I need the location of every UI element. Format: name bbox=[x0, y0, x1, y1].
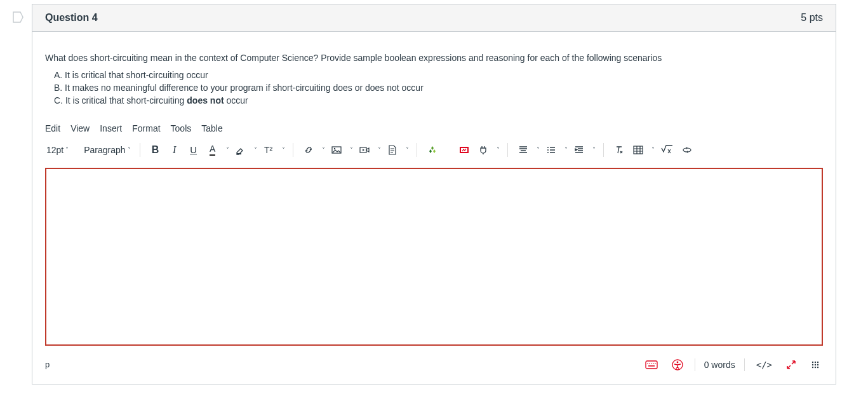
editor-toolbar: 12pt˅ Paragraph˅ B I U A ˅ ˅ T² bbox=[45, 142, 823, 158]
underline-button[interactable]: U bbox=[186, 142, 201, 158]
chevron-down-icon[interactable]: ˅ bbox=[350, 146, 353, 153]
menu-format[interactable]: Format bbox=[132, 123, 160, 133]
text-color-button[interactable]: A bbox=[205, 142, 220, 158]
clear-format-button[interactable] bbox=[611, 142, 627, 158]
svg-point-18 bbox=[676, 361, 678, 363]
svg-point-6 bbox=[547, 147, 549, 148]
menu-table[interactable]: Table bbox=[201, 123, 222, 133]
svg-point-12 bbox=[649, 363, 650, 364]
svg-point-2 bbox=[333, 147, 335, 149]
svg-point-26 bbox=[815, 366, 816, 367]
fontsize-select[interactable]: 12pt˅ bbox=[45, 142, 70, 158]
html-view-button[interactable]: </> bbox=[754, 357, 775, 372]
equation-button[interactable] bbox=[658, 142, 675, 158]
question-options: A. It is critical that short-circuiting … bbox=[54, 70, 823, 105]
question-points: 5 pts bbox=[801, 12, 823, 24]
editor-menubar: Edit View Insert Format Tools Table bbox=[45, 123, 823, 133]
question-panel: Question 4 5 pts What does short-circuit… bbox=[32, 4, 836, 384]
svg-point-25 bbox=[812, 366, 813, 367]
italic-button[interactable]: I bbox=[167, 142, 182, 158]
svg-rect-0 bbox=[237, 153, 241, 154]
svg-point-8 bbox=[547, 152, 549, 153]
svg-point-22 bbox=[812, 364, 813, 365]
svg-rect-16 bbox=[648, 365, 655, 367]
more-button[interactable] bbox=[808, 357, 823, 372]
chevron-down-icon[interactable]: ˅ bbox=[537, 146, 540, 153]
svg-point-24 bbox=[817, 364, 818, 365]
chevron-down-icon[interactable]: ˅ bbox=[322, 146, 325, 153]
chevron-down-icon[interactable]: ˅ bbox=[497, 146, 500, 153]
app-icon-2[interactable] bbox=[457, 142, 472, 158]
chevron-down-icon[interactable]: ˅ bbox=[564, 146, 568, 153]
keyboard-icon[interactable] bbox=[643, 357, 660, 372]
svg-point-21 bbox=[817, 361, 818, 362]
chevron-down-icon[interactable]: ˅ bbox=[592, 146, 596, 153]
align-button[interactable] bbox=[516, 142, 531, 158]
svg-point-20 bbox=[815, 361, 816, 362]
menu-view[interactable]: View bbox=[70, 123, 90, 133]
svg-point-7 bbox=[547, 149, 549, 151]
svg-point-13 bbox=[651, 363, 652, 364]
table-button[interactable] bbox=[631, 142, 646, 158]
fullscreen-button[interactable] bbox=[784, 357, 799, 372]
menu-tools[interactable]: Tools bbox=[171, 123, 192, 133]
bullet-list-button[interactable] bbox=[544, 142, 559, 158]
question-title: Question 4 bbox=[45, 12, 98, 24]
option-c: C. It is critical that short-circuiting … bbox=[54, 95, 823, 105]
option-b: B. It makes no meaningful difference to … bbox=[54, 83, 823, 93]
paragraph-select[interactable]: Paragraph˅ bbox=[83, 142, 131, 158]
svg-point-19 bbox=[812, 361, 813, 362]
svg-rect-10 bbox=[646, 361, 657, 369]
word-count[interactable]: 0 words bbox=[704, 360, 735, 370]
accessibility-icon[interactable] bbox=[669, 357, 686, 372]
svg-rect-9 bbox=[634, 146, 643, 154]
chevron-down-icon[interactable]: ˅ bbox=[651, 146, 655, 153]
bookmark-icon bbox=[13, 11, 24, 23]
chevron-down-icon[interactable]: ˅ bbox=[226, 146, 229, 153]
svg-point-14 bbox=[653, 363, 654, 364]
question-header: Question 4 5 pts bbox=[32, 4, 836, 32]
bold-button[interactable]: B bbox=[148, 142, 163, 158]
svg-point-23 bbox=[815, 364, 816, 365]
app-icon-1[interactable] bbox=[425, 142, 440, 158]
link-button[interactable] bbox=[301, 142, 316, 158]
media-button[interactable] bbox=[357, 142, 372, 158]
plugins-button[interactable] bbox=[476, 142, 491, 158]
chevron-down-icon[interactable]: ˅ bbox=[406, 146, 409, 153]
question-prompt: What does short-circuiting mean in the c… bbox=[45, 52, 823, 65]
indent-button[interactable] bbox=[571, 142, 587, 158]
svg-point-11 bbox=[647, 363, 648, 364]
image-button[interactable] bbox=[329, 142, 344, 158]
chevron-down-icon[interactable]: ˅ bbox=[282, 146, 285, 153]
superscript-button[interactable]: T² bbox=[261, 142, 276, 158]
embed-button[interactable] bbox=[679, 142, 695, 158]
svg-point-15 bbox=[655, 363, 656, 364]
option-a: A. It is critical that short-circuiting … bbox=[54, 70, 823, 80]
menu-edit[interactable]: Edit bbox=[45, 123, 60, 133]
chevron-down-icon[interactable]: ˅ bbox=[254, 146, 257, 153]
highlight-button[interactable] bbox=[233, 142, 248, 158]
element-path[interactable]: p bbox=[45, 360, 50, 369]
menu-insert[interactable]: Insert bbox=[100, 123, 122, 133]
svg-point-27 bbox=[817, 366, 818, 367]
chevron-down-icon[interactable]: ˅ bbox=[378, 146, 381, 153]
answer-editor[interactable] bbox=[45, 168, 823, 346]
document-button[interactable] bbox=[385, 142, 400, 158]
editor-statusbar: p 0 words </> bbox=[45, 357, 823, 372]
